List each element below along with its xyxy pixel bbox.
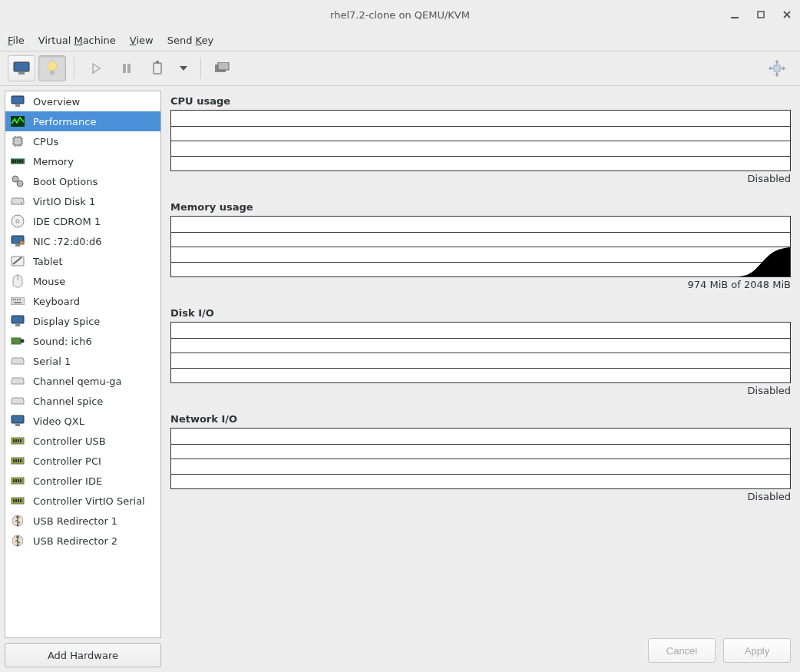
sidebar-item-channel-spice[interactable]: Channel spice bbox=[5, 391, 160, 411]
pause-icon bbox=[121, 63, 132, 74]
sidebar-column: OverviewPerformanceCPUsMemoryBoot Option… bbox=[5, 91, 161, 667]
separator bbox=[200, 58, 201, 79]
action-footer: Cancel Apply bbox=[648, 638, 791, 663]
sidebar-item-virtio-disk-1[interactable]: VirtIO Disk 1 bbox=[5, 191, 160, 211]
sidebar-item-serial-1[interactable]: Serial 1 bbox=[5, 351, 160, 371]
sidebar-item-controller-usb[interactable]: Controller USB bbox=[5, 431, 160, 451]
svg-rect-43 bbox=[12, 415, 24, 423]
disk-io-status: Disabled bbox=[170, 385, 791, 396]
play-button[interactable] bbox=[82, 55, 110, 81]
sidebar-item-label: Controller VirtIO Serial bbox=[33, 495, 145, 507]
sidebar-item-ide-cdrom-1[interactable]: IDE CDROM 1 bbox=[5, 211, 160, 231]
add-hardware-button[interactable]: Add Hardware bbox=[5, 643, 161, 667]
svg-rect-36 bbox=[17, 299, 18, 300]
svg-rect-5 bbox=[50, 71, 55, 74]
network-io-title: Network I/O bbox=[170, 413, 791, 425]
svg-point-24 bbox=[17, 180, 23, 187]
svg-point-4 bbox=[48, 61, 57, 71]
performance-pane: CPU usage Disabled Memory usage 974 MiB … bbox=[166, 91, 795, 667]
svg-rect-52 bbox=[15, 459, 17, 462]
video-icon bbox=[10, 413, 25, 429]
menu-file[interactable]: File bbox=[8, 35, 25, 46]
svg-rect-11 bbox=[218, 62, 229, 70]
svg-rect-19 bbox=[15, 160, 16, 163]
sidebar-item-sound-ich6[interactable]: Sound: ich6 bbox=[5, 331, 160, 351]
sidebar-item-channel-qemu-ga[interactable]: Channel qemu-ga bbox=[5, 371, 160, 391]
menu-send-key[interactable]: Send Key bbox=[167, 35, 213, 46]
fullscreen-button[interactable] bbox=[763, 55, 791, 81]
snapshots-icon bbox=[215, 62, 230, 74]
memory-usage-graph bbox=[170, 216, 791, 277]
sidebar-item-label: Serial 1 bbox=[33, 356, 71, 367]
minimize-icon[interactable] bbox=[729, 9, 740, 20]
shutdown-button[interactable] bbox=[144, 55, 171, 81]
cdrom-icon bbox=[10, 214, 25, 229]
cpu-usage-block: CPU usage Disabled bbox=[170, 95, 791, 184]
svg-rect-51 bbox=[13, 459, 15, 462]
svg-rect-8 bbox=[154, 63, 161, 74]
svg-rect-39 bbox=[12, 316, 24, 323]
network-io-graph bbox=[170, 428, 791, 489]
sidebar-item-label: Memory bbox=[33, 156, 74, 167]
menu-view[interactable]: View bbox=[130, 35, 154, 46]
serial-icon bbox=[10, 393, 25, 409]
sidebar-item-label: Tablet bbox=[33, 256, 63, 267]
svg-rect-29 bbox=[15, 244, 20, 247]
svg-rect-58 bbox=[18, 479, 19, 482]
sidebar-item-performance[interactable]: Performance bbox=[5, 111, 160, 131]
network-io-block: Network I/O Disabled bbox=[170, 413, 791, 502]
maximize-icon[interactable] bbox=[755, 9, 766, 20]
sidebar-item-display-spice[interactable]: Display Spice bbox=[5, 311, 160, 331]
sidebar-item-label: NIC :72:d0:d6 bbox=[33, 236, 102, 247]
svg-rect-6 bbox=[123, 64, 126, 73]
svg-rect-47 bbox=[15, 439, 17, 442]
apply-button[interactable]: Apply bbox=[723, 638, 791, 663]
svg-rect-12 bbox=[774, 65, 780, 71]
sidebar-item-usb-redirector-1[interactable]: USB Redirector 1 bbox=[5, 511, 160, 531]
svg-rect-54 bbox=[20, 459, 21, 462]
sidebar-item-nic-72-d0-d6[interactable]: NIC :72:d0:d6 bbox=[5, 231, 160, 251]
hardware-list[interactable]: OverviewPerformanceCPUsMemoryBoot Option… bbox=[5, 91, 161, 638]
usb-icon bbox=[10, 513, 25, 528]
serial-icon bbox=[10, 353, 25, 369]
svg-rect-30 bbox=[20, 241, 24, 244]
pause-button[interactable] bbox=[113, 55, 140, 81]
svg-rect-61 bbox=[13, 499, 15, 502]
sidebar-item-usb-redirector-2[interactable]: USB Redirector 2 bbox=[5, 531, 160, 551]
sidebar-item-controller-ide[interactable]: Controller IDE bbox=[5, 471, 160, 491]
sidebar-item-controller-virtio-serial[interactable]: Controller VirtIO Serial bbox=[5, 491, 160, 511]
sidebar-item-controller-pci[interactable]: Controller PCI bbox=[5, 451, 160, 471]
sidebar-item-keyboard[interactable]: Keyboard bbox=[5, 291, 160, 311]
snapshots-button[interactable] bbox=[209, 55, 236, 81]
sidebar-item-mouse[interactable]: Mouse bbox=[5, 271, 160, 291]
svg-rect-38 bbox=[14, 302, 21, 303]
svg-rect-64 bbox=[20, 499, 21, 502]
keyboard-icon bbox=[10, 293, 25, 309]
svg-rect-14 bbox=[15, 104, 20, 107]
sidebar-item-memory[interactable]: Memory bbox=[5, 151, 160, 171]
sidebar-item-overview[interactable]: Overview bbox=[5, 91, 160, 111]
console-view-button[interactable] bbox=[8, 55, 35, 81]
sidebar-item-tablet[interactable]: Tablet bbox=[5, 251, 160, 271]
fullscreen-icon bbox=[769, 60, 785, 77]
svg-rect-48 bbox=[18, 439, 19, 442]
play-icon bbox=[91, 63, 101, 74]
sidebar-item-cpus[interactable]: CPUs bbox=[5, 131, 160, 151]
svg-rect-34 bbox=[12, 299, 14, 300]
sidebar-item-label: CPUs bbox=[33, 136, 58, 147]
sidebar-item-boot-options[interactable]: Boot Options bbox=[5, 171, 160, 191]
controller-icon bbox=[10, 453, 25, 468]
menu-virtual-machine[interactable]: Virtual Machine bbox=[38, 35, 116, 46]
nic-icon bbox=[10, 233, 25, 249]
sidebar-item-label: Video QXL bbox=[33, 415, 84, 427]
sidebar-item-label: Channel spice bbox=[33, 396, 103, 407]
details-view-button[interactable] bbox=[38, 55, 66, 81]
close-icon[interactable] bbox=[782, 9, 792, 20]
monitor-icon bbox=[13, 61, 30, 75]
svg-rect-49 bbox=[20, 439, 21, 442]
shutdown-menu-caret[interactable] bbox=[174, 55, 193, 81]
cancel-button[interactable]: Cancel bbox=[648, 638, 716, 663]
sidebar-item-video-qxl[interactable]: Video QXL bbox=[5, 411, 160, 431]
svg-rect-63 bbox=[18, 499, 19, 502]
svg-rect-33 bbox=[11, 297, 25, 305]
